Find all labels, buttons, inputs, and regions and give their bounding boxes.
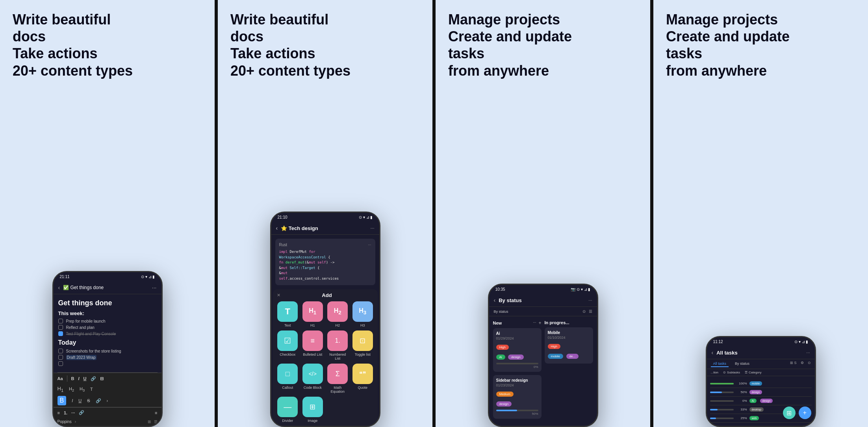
add-item-checkbox[interactable]: ☑ Checkbox xyxy=(277,330,299,360)
filter-icon[interactable]: ⊙ xyxy=(582,309,586,314)
toolbar-underline[interactable]: U xyxy=(83,376,87,381)
code-label: Code Block xyxy=(304,386,322,390)
code-menu[interactable]: ··· xyxy=(368,243,371,247)
checkbox-today-3[interactable] xyxy=(58,361,63,366)
subtab-subtasks[interactable]: ⊙ Subtasks xyxy=(723,371,740,374)
close-icon[interactable]: ✕ xyxy=(277,293,280,298)
add-item-code[interactable]: </> Code Block xyxy=(302,364,324,394)
back-icon-3[interactable]: ‹ xyxy=(494,297,496,303)
tab-icon-filter[interactable]: ⊙ xyxy=(808,361,811,367)
bottom-buttons: ⊞ + xyxy=(783,407,811,419)
tag-mobile: mobile xyxy=(548,354,564,359)
divider-2-3 xyxy=(432,0,436,427)
toolbar-more[interactable]: ··· xyxy=(71,410,75,415)
phone-3: 10:35 📷 ⊙ ▾ ⊿ ▮ ‹ By status ··· By statu… xyxy=(488,284,598,427)
panel-3-headline: Manage projects Create and update tasks … xyxy=(448,11,574,79)
toolbar-strike[interactable]: S xyxy=(87,398,90,403)
col-new-add[interactable]: + xyxy=(538,320,541,326)
back-icon-1[interactable]: ‹ xyxy=(58,284,60,291)
toolbar-bold-active[interactable]: B xyxy=(57,396,67,405)
toolbar-h2[interactable]: H2 xyxy=(69,386,74,392)
doc-title-1: ✅ Get things done xyxy=(63,285,152,290)
toolbar-h3[interactable]: H3 xyxy=(80,386,85,392)
task-pct-5: 25% xyxy=(736,416,747,420)
subtask-icon: ⊙ xyxy=(723,371,726,374)
checkbox-today-1[interactable] xyxy=(58,349,63,353)
toolbar-align[interactable]: ≡ xyxy=(155,410,157,415)
toolbar-link-3[interactable]: 🔗 xyxy=(79,410,84,415)
card-sidebar[interactable]: Sidebar redesign 01/23/2024 Medium desig… xyxy=(493,375,542,419)
nav-menu-2[interactable]: ··· xyxy=(370,225,374,231)
phone-mockup-3: 10:35 📷 ⊙ ▾ ⊿ ▮ ‹ By status ··· By statu… xyxy=(488,284,598,427)
panel-2-headline: Write beautiful docs Take actions 20+ co… xyxy=(230,11,356,79)
panel-4-headline: Manage projects Create and update tasks … xyxy=(666,11,792,79)
add-item-h3[interactable]: H3 H3 xyxy=(352,301,374,327)
font-list-icon[interactable]: ☰ xyxy=(154,420,158,424)
back-icon-2[interactable]: ‹ xyxy=(276,225,278,231)
add-item-image[interactable]: ⊞ Image xyxy=(302,397,324,423)
toolbar-row-2: H1 H2 H3 T xyxy=(54,384,161,394)
add-item-h1[interactable]: H1 H1 xyxy=(302,301,324,327)
toolbar-link-2[interactable]: 🔗 xyxy=(96,398,101,403)
tab-by-status[interactable]: By status xyxy=(733,361,752,367)
card-ai-badge-high: High xyxy=(496,345,509,350)
today-text-2: Draft 2023 Wrap xyxy=(66,355,96,360)
task-badge-desktop: desktop xyxy=(749,407,764,412)
task-fill-4 xyxy=(710,409,718,410)
toolbar-chevron-right[interactable]: › xyxy=(107,398,108,403)
toolbar-aa[interactable]: Aa xyxy=(57,376,63,381)
font-arrow-icon[interactable]: › xyxy=(75,420,76,424)
item-text-3: Test Flight and Play Console xyxy=(66,332,116,336)
col-new-header: New ··· + xyxy=(493,320,542,326)
divider-1-2 xyxy=(215,0,218,427)
toolbar-bold[interactable]: B xyxy=(71,376,74,381)
add-item-math[interactable]: Σ Math Equation xyxy=(327,364,349,394)
toolbar-italic-2[interactable]: I xyxy=(72,398,73,403)
col-new-menu[interactable]: ··· xyxy=(533,320,536,326)
h3-label: H3 xyxy=(360,323,365,327)
toolbar-underline-2[interactable]: U xyxy=(78,398,82,403)
today-item-1: Screenshots for the store listing xyxy=(58,349,157,353)
toolbar-numbered[interactable]: 1. xyxy=(64,410,67,415)
group-by[interactable]: By status xyxy=(494,310,508,314)
add-item-callout[interactable]: □ Callout xyxy=(277,364,299,394)
panel-2: Write beautiful docs Take actions 20+ co… xyxy=(218,0,432,427)
tasklist-menu[interactable]: ··· xyxy=(806,350,810,355)
add-item-quote[interactable]: ❝❞ Quote xyxy=(352,364,374,394)
subtab-category[interactable]: ☰ Category xyxy=(745,371,761,374)
tab-icon-settings[interactable]: ⚙ xyxy=(801,361,804,367)
back-icon-4[interactable]: ‹ xyxy=(712,349,714,356)
doc-item-1: Prep for mobile launch xyxy=(58,319,157,323)
toolbar-bullets[interactable]: ≡ xyxy=(57,410,60,415)
statusbar-3: 10:35 📷 ⊙ ▾ ⊿ ▮ xyxy=(489,285,597,294)
checkbox-2[interactable] xyxy=(58,325,63,330)
card-mobile[interactable]: Mobile 01/10/2024 High mobile de... xyxy=(545,327,593,364)
toolbar-h1[interactable]: H1 xyxy=(57,386,63,393)
add-item-h2[interactable]: H2 H2 xyxy=(327,301,349,327)
add-item-toggle[interactable]: ⊡ Toggle list xyxy=(352,330,374,360)
toolbar-italic[interactable]: I xyxy=(78,376,80,381)
toolbar-keyboard[interactable]: ⊟ xyxy=(100,376,104,381)
checkbox-3[interactable] xyxy=(58,331,63,336)
kanban-menu[interactable]: ··· xyxy=(588,298,592,303)
checkbox-today-2[interactable] xyxy=(58,355,63,360)
tab-icon-grid[interactable]: ⊞ S xyxy=(790,361,797,367)
add-button[interactable]: + xyxy=(799,407,811,419)
layout-icon[interactable]: ☰ xyxy=(589,309,592,314)
checkbox-1[interactable] xyxy=(58,319,63,323)
add-item-numbered[interactable]: 1. Numbered List xyxy=(327,330,349,360)
toolbar-text[interactable]: T xyxy=(90,387,93,392)
grid-button[interactable]: ⊞ xyxy=(783,407,796,419)
font-layout-icon[interactable]: ⊞ xyxy=(148,420,151,424)
toolbar-link[interactable]: 🔗 xyxy=(91,376,96,381)
task-row-1: 100% mobile xyxy=(710,379,812,388)
add-item-text[interactable]: T Text xyxy=(277,301,299,327)
task-row-3: 0% Ai design xyxy=(710,397,812,405)
card-ai[interactable]: Ai 01/29/2024 High Ai design 0% xyxy=(493,328,542,372)
add-item-divider[interactable]: — Divider xyxy=(277,397,299,423)
tab-all-tasks[interactable]: All tasks xyxy=(711,361,729,367)
card-sidebar-badge: Medium xyxy=(496,392,514,397)
add-item-bulleted[interactable]: ≡ Bulleted List xyxy=(302,330,324,360)
menu-icon-1[interactable]: ··· xyxy=(152,284,157,291)
col-ip-header: In progres... xyxy=(545,320,593,325)
